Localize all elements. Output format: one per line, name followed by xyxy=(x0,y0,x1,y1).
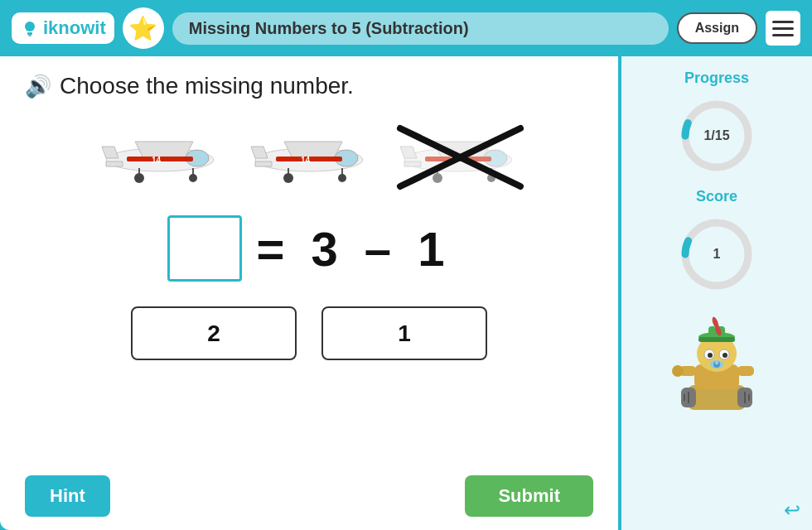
main-area: 🔊 Choose the missing number. xyxy=(0,56,812,530)
answer-row: 2 1 xyxy=(25,306,593,360)
svg-point-62 xyxy=(708,353,713,358)
svg-point-0 xyxy=(25,22,35,31)
logo: iknowit xyxy=(12,12,114,44)
airplanes-row: 14 xyxy=(25,124,593,199)
plane-svg-2: 14 xyxy=(243,124,375,190)
back-icon[interactable]: ↩ xyxy=(784,499,800,522)
bulb-icon xyxy=(20,18,40,38)
score-circle: 1 xyxy=(679,217,754,292)
hamburger-line-3 xyxy=(772,34,794,36)
svg-marker-5 xyxy=(102,147,118,158)
svg-marker-6 xyxy=(106,161,123,166)
airplane-3-crossed: 14 xyxy=(392,124,524,199)
equation-text: = 3 – 1 xyxy=(257,221,452,277)
svg-point-21 xyxy=(338,174,346,182)
svg-marker-4 xyxy=(135,142,193,158)
svg-point-12 xyxy=(134,173,144,183)
svg-text:14: 14 xyxy=(301,156,311,165)
hint-button[interactable]: Hint xyxy=(25,475,110,517)
svg-marker-27 xyxy=(400,147,417,158)
svg-rect-52 xyxy=(737,366,754,376)
blank-box xyxy=(167,215,242,282)
answer-button-2[interactable]: 2 xyxy=(131,306,297,360)
airplane-1: 14 xyxy=(94,124,226,199)
score-value: 1 xyxy=(713,247,721,262)
plane-svg-3: 14 xyxy=(392,124,524,190)
svg-point-66 xyxy=(715,361,718,364)
svg-point-10 xyxy=(189,174,197,182)
svg-rect-59 xyxy=(698,337,735,342)
question-header: 🔊 Choose the missing number. xyxy=(25,73,593,99)
star-icon: ⭐ xyxy=(128,15,157,42)
submit-button[interactable]: Submit xyxy=(465,475,593,517)
question-text: Choose the missing number. xyxy=(60,73,354,99)
svg-marker-15 xyxy=(284,142,342,158)
score-label: Score xyxy=(696,188,737,205)
plane-svg-1: 14 xyxy=(94,124,226,190)
progress-label: Progress xyxy=(684,70,749,87)
airplane-2: 14 xyxy=(243,124,375,199)
hamburger-line-2 xyxy=(772,27,794,30)
content-panel: 🔊 Choose the missing number. xyxy=(0,56,618,530)
svg-marker-28 xyxy=(404,161,421,166)
svg-point-63 xyxy=(723,353,727,358)
svg-point-51 xyxy=(672,365,684,377)
svg-marker-17 xyxy=(255,161,272,166)
logo-text: iknowit xyxy=(43,17,106,39)
sidebar: Progress 1/15 Score 1 xyxy=(621,56,812,530)
equation-row: = 3 – 1 xyxy=(25,215,593,282)
header: iknowit ⭐ Missing Numbers to 5 (Subtract… xyxy=(0,0,812,56)
assign-button[interactable]: Assign xyxy=(677,12,757,44)
robot-svg xyxy=(671,315,762,422)
svg-point-23 xyxy=(283,173,293,183)
svg-text:14: 14 xyxy=(152,156,162,165)
menu-button[interactable] xyxy=(766,11,800,46)
svg-rect-2 xyxy=(28,35,31,36)
robot-character xyxy=(671,315,762,433)
svg-rect-1 xyxy=(27,32,32,35)
bottom-bar: Hint Submit xyxy=(25,475,593,517)
star-badge: ⭐ xyxy=(123,7,164,49)
answer-button-1[interactable]: 1 xyxy=(321,306,487,360)
lesson-title: Missing Numbers to 5 (Subtraction) xyxy=(172,12,669,45)
progress-value: 1/15 xyxy=(703,128,729,143)
speaker-icon[interactable]: 🔊 xyxy=(25,74,51,99)
hamburger-line-1 xyxy=(772,21,794,23)
svg-marker-16 xyxy=(251,147,268,158)
progress-circle: 1/15 xyxy=(679,99,754,173)
svg-point-34 xyxy=(433,173,442,183)
